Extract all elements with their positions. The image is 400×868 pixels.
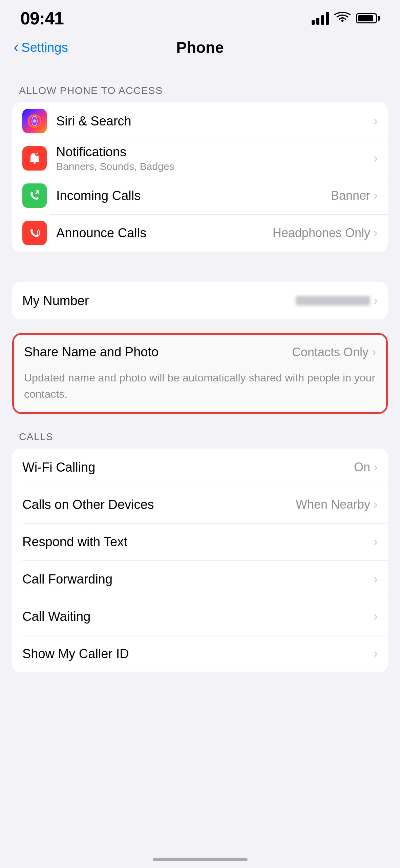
incoming-calls-icon: [22, 183, 47, 208]
respond-text-row[interactable]: Respond with Text ›: [12, 523, 388, 560]
calls-other-devices-title: Calls on Other Devices: [22, 497, 296, 512]
allow-phone-section: ALLOW PHONE TO ACCESS: [0, 85, 400, 252]
status-icons: [312, 12, 380, 25]
incoming-calls-row[interactable]: Incoming Calls Banner ›: [12, 177, 388, 214]
calls-section: CALLS Wi-Fi Calling On › Calls on Other …: [0, 431, 400, 672]
signal-icon: [312, 12, 329, 25]
siri-icon: [22, 109, 47, 133]
battery-icon: [356, 13, 380, 23]
wifi-icon: [334, 12, 351, 24]
call-forwarding-right: ›: [374, 572, 378, 586]
chevron-right-icon: ›: [374, 497, 378, 512]
call-forwarding-title: Call Forwarding: [22, 572, 374, 587]
share-description: Updated name and photo will be automatic…: [14, 370, 386, 412]
status-bar: 09:41: [0, 0, 400, 31]
incoming-calls-content: Incoming Calls: [56, 189, 331, 203]
notifications-right: ›: [374, 151, 378, 165]
page-title: Phone: [176, 38, 224, 57]
announce-calls-icon: [22, 221, 47, 245]
siri-content: Siri & Search: [56, 114, 374, 129]
svg-point-2: [33, 119, 36, 123]
chevron-right-icon: ›: [374, 572, 378, 586]
call-forwarding-row[interactable]: Call Forwarding ›: [12, 560, 388, 598]
calls-section-label: CALLS: [0, 431, 400, 449]
announce-calls-title: Announce Calls: [56, 226, 273, 240]
svg-rect-3: [34, 162, 36, 164]
share-name-photo-value: Contacts Only: [292, 345, 369, 359]
show-caller-id-row[interactable]: Show My Caller ID ›: [12, 635, 388, 672]
respond-text-title: Respond with Text: [22, 535, 374, 549]
incoming-calls-title: Incoming Calls: [56, 189, 331, 203]
home-indicator: [153, 858, 248, 861]
incoming-calls-value: Banner: [331, 189, 370, 203]
siri-row[interactable]: Siri & Search ›: [12, 102, 388, 140]
share-name-photo-title: Share Name and Photo: [24, 345, 292, 359]
chevron-right-icon: ›: [374, 151, 378, 165]
announce-calls-right: Headphones Only ›: [273, 226, 378, 240]
allow-section-label: ALLOW PHONE TO ACCESS: [0, 85, 400, 102]
allow-card: Siri & Search › Notifications Banners, S…: [12, 102, 388, 252]
calls-card: Wi-Fi Calling On › Calls on Other Device…: [12, 449, 388, 672]
call-waiting-title: Call Waiting: [22, 609, 374, 624]
share-row[interactable]: Share Name and Photo Contacts Only ›: [14, 335, 386, 370]
calls-other-devices-row[interactable]: Calls on Other Devices When Nearby ›: [12, 486, 388, 523]
chevron-right-icon: ›: [374, 114, 378, 128]
my-number-row[interactable]: My Number ›: [12, 282, 388, 319]
my-number-right: ›: [296, 294, 378, 308]
spacer1: [0, 252, 400, 269]
announce-calls-content: Announce Calls: [56, 226, 273, 240]
announce-calls-row[interactable]: Announce Calls Headphones Only ›: [12, 214, 388, 252]
chevron-right-icon: ›: [374, 647, 378, 661]
notifications-row[interactable]: Notifications Banners, Sounds, Badges ›: [12, 140, 388, 177]
my-number-label: My Number: [22, 294, 296, 308]
chevron-right-icon: ›: [372, 345, 376, 359]
show-caller-id-right: ›: [374, 647, 378, 661]
share-row-right: Contacts Only ›: [292, 345, 376, 359]
wifi-calling-value: On: [354, 460, 370, 474]
calls-other-devices-value: When Nearby: [296, 497, 370, 512]
wifi-calling-title: Wi-Fi Calling: [22, 460, 354, 475]
chevron-right-icon: ›: [374, 609, 378, 624]
siri-title: Siri & Search: [56, 114, 374, 129]
notifications-icon: [22, 146, 47, 171]
notifications-subtitle: Banners, Sounds, Badges: [56, 161, 374, 172]
siri-right: ›: [374, 114, 378, 128]
chevron-right-icon: ›: [374, 189, 378, 203]
call-waiting-right: ›: [374, 609, 378, 624]
back-button[interactable]: ‹ Settings: [14, 39, 68, 56]
wifi-calling-row[interactable]: Wi-Fi Calling On ›: [12, 449, 388, 486]
notifications-content: Notifications Banners, Sounds, Badges: [56, 145, 374, 172]
status-time: 09:41: [20, 8, 64, 28]
back-label: Settings: [21, 40, 68, 55]
bottom-spacer: [0, 672, 400, 727]
notifications-title: Notifications: [56, 145, 374, 159]
chevron-right-icon: ›: [374, 535, 378, 549]
my-number-value: [296, 296, 370, 305]
chevron-right-icon: ›: [374, 226, 378, 240]
wifi-calling-right: On ›: [354, 460, 378, 474]
chevron-right-icon: ›: [374, 294, 378, 308]
announce-calls-value: Headphones Only: [273, 226, 370, 240]
incoming-calls-right: Banner ›: [331, 189, 378, 203]
chevron-right-icon: ›: [374, 460, 378, 474]
my-number-card[interactable]: My Number ›: [12, 282, 388, 319]
share-name-photo-card[interactable]: Share Name and Photo Contacts Only › Upd…: [12, 333, 388, 414]
show-caller-id-title: Show My Caller ID: [22, 647, 374, 661]
respond-text-right: ›: [374, 535, 378, 549]
nav-bar: ‹ Settings Phone: [0, 31, 400, 68]
call-waiting-row[interactable]: Call Waiting ›: [12, 598, 388, 635]
share-inner: Share Name and Photo Contacts Only › Upd…: [14, 335, 386, 412]
calls-other-devices-right: When Nearby ›: [296, 497, 378, 512]
chevron-left-icon: ‹: [14, 38, 19, 56]
